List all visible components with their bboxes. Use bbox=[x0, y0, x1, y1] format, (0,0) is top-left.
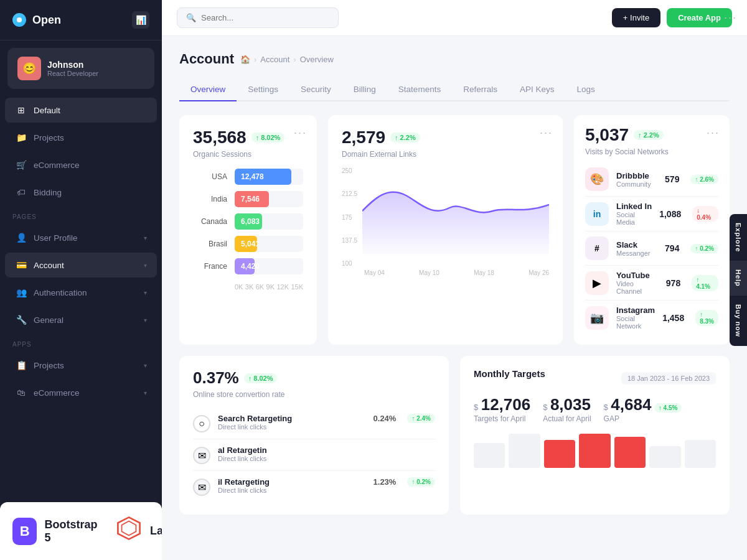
laravel-section: Laravel bbox=[115, 515, 162, 548]
youtube-icon: ▶ bbox=[585, 271, 609, 295]
x-axis: May 04 May 10 May 18 May 26 bbox=[342, 269, 549, 276]
sidebar-item-authentication[interactable]: 👥 Authentication ▾ bbox=[5, 280, 157, 305]
monthly-header: Monthly Targets 18 Jan 2023 - 16 Feb 202… bbox=[474, 368, 716, 388]
bar-axis: 0K3K6K9K12K15K bbox=[193, 281, 303, 291]
bar-usa: 12,478 bbox=[235, 169, 291, 185]
sidebar-item-user-profile[interactable]: 👤 User Profile ▾ bbox=[5, 225, 157, 250]
retarget-info: il Retargeting Direct link clicks bbox=[218, 477, 270, 494]
chart-bar bbox=[614, 437, 646, 468]
nav-item-bidding[interactable]: 🏷 Bidding bbox=[5, 180, 157, 205]
clipboard-icon: 📋 bbox=[15, 359, 27, 371]
nav-item-ecommerce[interactable]: 🛒 eCommerce bbox=[5, 152, 157, 177]
retarget-info: al Retargetin Direct link clicks bbox=[218, 446, 267, 462]
bar-india: 7,546 bbox=[235, 191, 269, 207]
sidebar-item-account[interactable]: 💳 Account ▾ bbox=[5, 253, 157, 278]
sidebar-item-ecommerce-app[interactable]: 🛍 eCommerce ▾ bbox=[5, 380, 157, 405]
social-number: 5,037 ↑ 2.2% bbox=[585, 125, 718, 145]
instagram-icon: 📷 bbox=[585, 306, 609, 330]
bar-row-canada: Canada 6,083 bbox=[193, 213, 303, 230]
more-options-icon[interactable]: ··· bbox=[707, 126, 720, 139]
tab-api-keys[interactable]: API Keys bbox=[509, 78, 566, 101]
cart-icon: 🛒 bbox=[15, 159, 27, 171]
page-header: Account 🏠 › Account › Overview bbox=[179, 51, 730, 67]
buy-now-button[interactable]: Buy now bbox=[730, 296, 747, 346]
laravel-icon bbox=[115, 515, 143, 548]
more-options-icon[interactable]: ··· bbox=[294, 126, 307, 139]
pages-section-label: PAGES bbox=[0, 206, 162, 224]
sidebar-logo: Open 📊 bbox=[0, 0, 162, 40]
auth-icon: 👥 bbox=[15, 286, 27, 299]
more-options-icon[interactable]: ··· bbox=[540, 126, 553, 139]
main-content: 🔍 + Invite Create App Account 🏠 › Accoun… bbox=[162, 0, 747, 560]
domain-label: Domain External Links bbox=[342, 150, 549, 159]
slack-icon: # bbox=[585, 236, 609, 260]
page-content: Account 🏠 › Account › Overview Overview … bbox=[162, 36, 747, 560]
avatar: 😊 bbox=[17, 57, 41, 80]
retarget-icon: ✉ bbox=[193, 447, 210, 464]
app-name: Open bbox=[32, 14, 61, 27]
nav-bidding-label: Bidding bbox=[34, 188, 147, 197]
help-button[interactable]: Help bbox=[730, 261, 747, 296]
bootstrap-section: B Bootstrap 5 bbox=[12, 518, 100, 545]
gap-badge: ↑ 4.5% bbox=[654, 403, 682, 413]
list-item: ▶ YouTube Video Channel 978 ↑ 4.1% bbox=[585, 266, 718, 301]
tab-security[interactable]: Security bbox=[289, 78, 342, 101]
tab-statements[interactable]: Statements bbox=[387, 78, 452, 101]
social-list: 🎨 Dribbble Community 579 ↑ 2.6% in Linke… bbox=[585, 162, 718, 335]
search-box[interactable]: 🔍 bbox=[177, 7, 339, 28]
sidebar-item-general[interactable]: 🔧 General ▾ bbox=[5, 307, 157, 332]
date-range: 18 Jan 2023 - 16 Feb 2023 bbox=[621, 372, 716, 385]
sidebar-item-projects-app[interactable]: 📋 Projects ▾ bbox=[5, 353, 157, 378]
nav-default-label: Default bbox=[34, 106, 147, 115]
social-badge: ↑ 2.2% bbox=[634, 130, 664, 140]
tab-overview[interactable]: Overview bbox=[179, 78, 237, 101]
nav-auth-label: Authentication bbox=[34, 288, 138, 297]
nav-item-default[interactable]: ⊞ Default bbox=[5, 98, 157, 123]
bar-row-usa: USA 12,478 bbox=[193, 169, 303, 185]
stats-icon[interactable]: 📊 bbox=[132, 11, 149, 29]
breadcrumb: 🏠 › Account › Overview bbox=[240, 55, 334, 64]
conversion-rate: 0.37% ↑ 8.02% bbox=[193, 368, 435, 388]
create-app-button[interactable]: Create App bbox=[667, 8, 732, 27]
domain-badge: ↑ 2.2% bbox=[390, 133, 420, 142]
chevron-down-icon: ▾ bbox=[144, 317, 147, 324]
tab-billing[interactable]: Billing bbox=[342, 78, 387, 101]
nav-projects-label: Projects bbox=[34, 133, 147, 142]
user-card[interactable]: 😊 Johnson React Developer bbox=[7, 48, 154, 89]
conversion-card: ··· 0.37% ↑ 8.02% Online store convertio… bbox=[179, 356, 449, 515]
chevron-down-icon: ▾ bbox=[144, 235, 147, 241]
monthly-chart bbox=[474, 431, 716, 468]
folder-icon: 📁 bbox=[15, 131, 27, 144]
list-item: ✉ al Retargetin Direct link clicks bbox=[193, 439, 435, 471]
tab-logs[interactable]: Logs bbox=[565, 78, 606, 101]
framework-card: B Bootstrap 5 Laravel bbox=[0, 502, 162, 560]
social-info: Linked In Social Media bbox=[616, 202, 652, 226]
stats-grid: ··· 35,568 ↑ 8.02% Organic Sessions USA … bbox=[179, 115, 730, 345]
breadcrumb-account[interactable]: Account bbox=[260, 55, 289, 64]
tabs: Overview Settings Security Billing State… bbox=[179, 78, 730, 101]
profile-icon: 👤 bbox=[15, 231, 27, 244]
invite-button[interactable]: + Invite bbox=[612, 8, 660, 27]
nav-ecommerce-app-label: eCommerce bbox=[34, 388, 138, 398]
gap-block: $ 4,684 ↑ 4.5% GAP bbox=[604, 395, 682, 423]
search-icon: 🔍 bbox=[186, 13, 196, 22]
search-input[interactable] bbox=[201, 13, 329, 22]
topbar-actions: + Invite Create App bbox=[612, 8, 732, 27]
grid-icon: ⊞ bbox=[15, 104, 27, 116]
sidebar: Open 📊 😊 Johnson React Developer ⊞ Defau… bbox=[0, 0, 162, 560]
chart-bar bbox=[474, 443, 505, 468]
nav-item-projects[interactable]: 📁 Projects bbox=[5, 125, 157, 150]
y-axis: 250 212.5 175 137.5 100 bbox=[342, 167, 360, 267]
targets-block: $ 12,706 Targets for April bbox=[474, 395, 530, 423]
social-label: Visits by Social Networks bbox=[585, 147, 718, 156]
explore-button[interactable]: Explore bbox=[730, 214, 747, 261]
actual-block: $ 8,035 Actual for April bbox=[543, 395, 591, 423]
tab-settings[interactable]: Settings bbox=[237, 78, 289, 101]
svg-marker-1 bbox=[122, 521, 136, 536]
bar-canada: 6,083 bbox=[235, 213, 262, 230]
bar-row-france: France 4,420 bbox=[193, 258, 303, 274]
retarget-icon: ✉ bbox=[193, 478, 210, 496]
user-name: Johnson bbox=[47, 60, 98, 70]
list-item: # Slack Messanger 794 ↑ 0.2% bbox=[585, 231, 718, 266]
tab-referrals[interactable]: Referrals bbox=[452, 78, 509, 101]
